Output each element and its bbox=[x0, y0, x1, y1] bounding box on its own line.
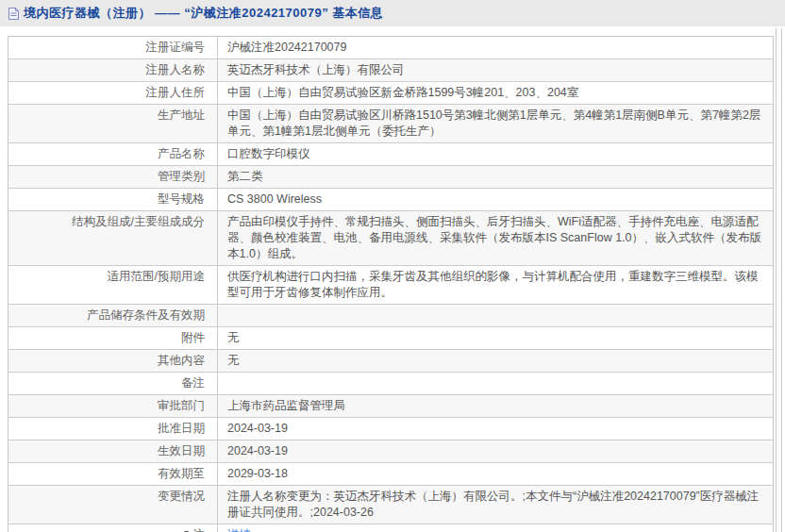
table-row: 注册人住所中国（上海）自由贸易试验区新金桥路1599号3幢201、203、204… bbox=[8, 82, 773, 105]
row-value bbox=[218, 305, 773, 326]
row-value: 详情 bbox=[218, 524, 773, 532]
table-row: 管理类别第二类 bbox=[8, 166, 773, 189]
row-label: 生效日期 bbox=[8, 441, 218, 462]
row-value: 无 bbox=[218, 350, 773, 372]
row-value: 2024-03-19 bbox=[218, 441, 773, 462]
row-value bbox=[218, 373, 773, 394]
table-row: 适用范围/预期用途供医疗机构进行口内扫描，采集牙齿及其他组织的影像，与计算机配合… bbox=[8, 266, 773, 305]
page-header: 境内医疗器械（注册） —— “沪械注准20242170079” 基本信息 bbox=[0, 0, 785, 26]
page-title: 境内医疗器械（注册） —— “沪械注准20242170079” 基本信息 bbox=[24, 5, 383, 22]
row-value: 中国（上海）自由贸易试验区新金桥路1599号3幢201、203、204室 bbox=[218, 82, 773, 104]
row-label: 附件 bbox=[8, 327, 218, 349]
row-label: 产品名称 bbox=[8, 143, 218, 165]
row-label: 注册人名称 bbox=[8, 59, 218, 81]
row-value: 第二类 bbox=[218, 166, 773, 188]
row-label: 注册人住所 bbox=[8, 82, 218, 104]
table-row: 附件无 bbox=[8, 327, 773, 350]
row-label: 其他内容 bbox=[8, 350, 218, 372]
row-label: 变更情况 bbox=[8, 486, 218, 524]
row-label: 注 bbox=[8, 524, 218, 532]
row-label: 审批部门 bbox=[8, 395, 218, 417]
row-label: 备注 bbox=[8, 373, 218, 394]
table-row: 审批部门上海市药品监督管理局 bbox=[8, 395, 773, 418]
row-label: 型号规格 bbox=[8, 189, 218, 210]
table-row: 生效日期2024-03-19 bbox=[8, 441, 773, 463]
table-row: 产品名称口腔数字印模仪 bbox=[8, 143, 773, 166]
table-row: 产品储存条件及有效期 bbox=[8, 305, 773, 327]
row-value: 2029-03-18 bbox=[218, 463, 773, 485]
table-row: 注册人名称英迈杰牙科技术（上海）有限公司 bbox=[8, 59, 773, 82]
row-value: 口腔数字印模仪 bbox=[218, 143, 773, 165]
table-row: 结构及组成/主要组成成分产品由印模仪手持件、常规扫描头、侧面扫描头、后牙扫描头、… bbox=[8, 211, 773, 266]
table-row: 注详情 bbox=[8, 524, 773, 532]
details-link[interactable]: 详情 bbox=[227, 528, 251, 532]
row-value: 注册人名称变更为：英迈杰牙科技术（上海）有限公司。;本文件与“沪械注准20242… bbox=[218, 486, 773, 524]
vertical-scrollbar[interactable] bbox=[776, 28, 782, 532]
row-value: 产品由印模仪手持件、常规扫描头、侧面扫描头、后牙扫描头、WiFi适配器、手持件充… bbox=[218, 211, 773, 265]
table-row: 变更情况注册人名称变更为：英迈杰牙科技术（上海）有限公司。;本文件与“沪械注准2… bbox=[8, 486, 773, 524]
row-value: 无 bbox=[218, 327, 773, 349]
table-row: 有效期至2029-03-18 bbox=[8, 463, 773, 486]
info-table: 注册证编号沪械注准20242170079注册人名称英迈杰牙科技术（上海）有限公司… bbox=[8, 36, 774, 532]
row-label: 有效期至 bbox=[8, 463, 218, 485]
table-row: 注册证编号沪械注准20242170079 bbox=[8, 37, 773, 59]
row-value: 英迈杰牙科技术（上海）有限公司 bbox=[218, 59, 773, 81]
row-label: 注册证编号 bbox=[8, 37, 218, 58]
table-row: 型号规格CS 3800 Wireless bbox=[8, 189, 773, 211]
row-label: 适用范围/预期用途 bbox=[8, 266, 218, 304]
row-value: CS 3800 Wireless bbox=[218, 189, 773, 210]
row-value: 沪械注准20242170079 bbox=[218, 37, 773, 58]
row-value: 供医疗机构进行口内扫描，采集牙齿及其他组织的影像，与计算机配合使用，重建数字三维… bbox=[218, 266, 773, 304]
table-row: 生产地址中国（上海）自由贸易试验区川桥路1510号第3幢北侧第1层单元、第4幢第… bbox=[8, 105, 773, 143]
table-row: 备注 bbox=[8, 373, 773, 395]
row-label: 管理类别 bbox=[8, 166, 218, 188]
row-label: 结构及组成/主要组成成分 bbox=[8, 211, 218, 265]
row-label: 产品储存条件及有效期 bbox=[8, 305, 218, 326]
document-icon bbox=[8, 7, 20, 21]
row-value: 上海市药品监督管理局 bbox=[218, 395, 773, 417]
row-value: 2024-03-19 bbox=[218, 418, 773, 440]
row-label: 批准日期 bbox=[8, 418, 218, 440]
table-row: 批准日期2024-03-19 bbox=[8, 418, 773, 441]
table-row: 其他内容无 bbox=[8, 350, 773, 373]
row-value: 中国（上海）自由贸易试验区川桥路1510号第3幢北侧第1层单元、第4幢第1层南侧… bbox=[218, 105, 773, 142]
row-label: 生产地址 bbox=[8, 105, 218, 142]
